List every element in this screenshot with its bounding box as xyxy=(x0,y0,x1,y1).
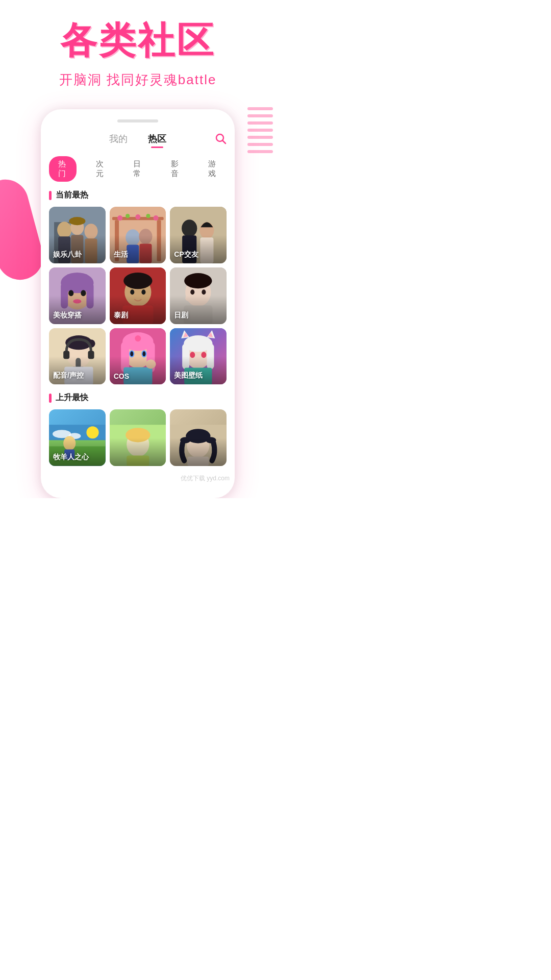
page-main-title: 各类社区 xyxy=(0,20,276,61)
grid-item-game2[interactable] xyxy=(110,409,166,466)
svg-point-8 xyxy=(69,217,85,225)
grid-item-wallpaper[interactable]: 美图壁纸 xyxy=(170,328,227,385)
grid-item-label: 美妆穿搭 xyxy=(53,311,82,320)
section-title-hot: 当前最热 xyxy=(49,190,227,201)
svg-point-68 xyxy=(130,351,133,356)
svg-point-87 xyxy=(86,426,98,438)
search-icon[interactable] xyxy=(215,133,227,148)
filter-bar: 热门 次元 日常 影音 游戏 xyxy=(49,156,227,182)
grid-item-bg xyxy=(110,409,166,466)
svg-point-17 xyxy=(135,214,140,219)
rising-grid: 牧羊人之心 xyxy=(49,409,227,466)
grid-item-label: CP交友 xyxy=(174,250,198,259)
grid-item-label: 娱乐八卦 xyxy=(53,250,82,259)
phone-notch xyxy=(117,119,158,122)
overlay xyxy=(170,438,227,466)
grid-item-cp[interactable]: CP交友 xyxy=(170,207,227,263)
filter-game[interactable]: 游戏 xyxy=(199,156,227,182)
grid-item-thai[interactable]: 泰剧 xyxy=(110,267,166,324)
hot-grid: 娱乐八卦 xyxy=(49,207,227,384)
grid-item-label: 生活 xyxy=(114,250,128,259)
filter-ciyuan[interactable]: 次元 xyxy=(87,156,114,182)
grid-item-label: 日剧 xyxy=(174,311,188,320)
svg-point-15 xyxy=(117,215,122,220)
svg-point-69 xyxy=(142,351,145,356)
grid-item-japan[interactable]: 日剧 xyxy=(170,267,227,324)
filter-hot[interactable]: 热门 xyxy=(49,156,77,182)
svg-point-45 xyxy=(184,273,212,288)
svg-point-19 xyxy=(153,215,158,220)
svg-point-48 xyxy=(191,289,195,295)
svg-point-39 xyxy=(123,273,152,289)
page-subtitle: 开脑洞 找同好灵魂battle xyxy=(0,71,276,89)
svg-point-65 xyxy=(135,335,141,341)
watermark: 优优下载 yyd.com xyxy=(41,474,235,483)
svg-point-49 xyxy=(202,289,206,295)
bg-right-decoration xyxy=(245,102,276,204)
phone-mockup: 我的 热区 热门 次元 日常 影音 游戏 当前最热 xyxy=(41,109,235,498)
grid-item-label: 配音/声控 xyxy=(53,371,84,380)
section-title-rising: 上升最快 xyxy=(49,393,227,403)
filter-daily[interactable]: 日常 xyxy=(124,156,152,182)
svg-point-42 xyxy=(141,289,145,295)
grid-item-beauty[interactable]: 美妆穿搭 xyxy=(49,267,106,324)
filter-av[interactable]: 影音 xyxy=(162,156,189,182)
section-dot xyxy=(49,191,52,200)
tab-mine[interactable]: 我的 xyxy=(109,133,128,148)
svg-line-1 xyxy=(222,140,226,143)
grid-item-label: 牧羊人之心 xyxy=(53,453,89,462)
tab-hot[interactable]: 热区 xyxy=(148,133,166,148)
tab-bar: 我的 热区 xyxy=(49,133,227,148)
grid-item-cos[interactable]: COS xyxy=(110,328,166,385)
overlay xyxy=(110,438,166,466)
grid-item-label: COS xyxy=(114,372,129,380)
svg-point-41 xyxy=(130,289,134,295)
svg-point-18 xyxy=(146,214,150,218)
grid-item-label: 泰剧 xyxy=(114,311,128,320)
grid-item-entertainment[interactable]: 娱乐八卦 xyxy=(49,207,106,263)
svg-point-25 xyxy=(182,219,197,237)
grid-item-label: 美图壁纸 xyxy=(174,371,203,380)
grid-item-game3[interactable] xyxy=(170,409,227,466)
grid-item-game1[interactable]: 牧羊人之心 xyxy=(49,409,106,466)
grid-item-bg xyxy=(170,409,227,466)
section-dot xyxy=(49,394,52,403)
grid-item-voice[interactable]: 配音/声控 xyxy=(49,328,106,385)
grid-item-life[interactable]: 生活 xyxy=(110,207,166,263)
svg-point-16 xyxy=(126,214,130,218)
